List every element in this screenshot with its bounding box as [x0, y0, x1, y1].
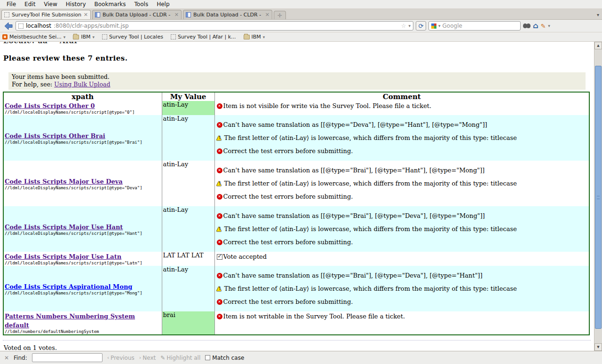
- using-bulk-upload-link[interactable]: Using Bulk Upload: [54, 81, 110, 88]
- xpath-value: //ldml/localeDisplayNames/scripts/script…: [5, 231, 161, 236]
- search-engine-dropdown-icon[interactable]: ▾: [438, 23, 441, 28]
- comment-line: ✕Correct the test errors before submitti…: [217, 298, 588, 305]
- comment-text: Correct the test errors before submittin…: [223, 147, 353, 155]
- error-icon: ✕: [217, 273, 222, 279]
- feed-pen-icon[interactable]: ✎: [540, 23, 546, 30]
- tab-bulk-data-upload-1[interactable]: Bulk Data Upload - CLDR - Un... ✕: [92, 10, 182, 19]
- bookmark-star-icon[interactable]: ☆: [401, 23, 406, 29]
- missing-favicon-icon: [102, 34, 107, 39]
- scrollbar-thumb[interactable]: [595, 66, 602, 329]
- bookmarks-toolbar: Meistbesuchte Sei... ▾ IBM ▾ Survey Tool…: [0, 32, 602, 42]
- new-tab-button[interactable]: ✛: [274, 11, 286, 19]
- checked-checkbox-icon: [217, 254, 222, 260]
- find-label: Find:: [14, 355, 27, 361]
- table-row: Code Lists Scripts Major Use Latn//ldml/…: [3, 252, 589, 266]
- comment-line: ✕Can't have same translation as [[@type=…: [217, 121, 588, 128]
- back-button[interactable]: [3, 21, 13, 31]
- find-previous-button[interactable]: ‹ Previous: [107, 355, 135, 361]
- match-case-checkbox[interactable]: [205, 355, 210, 360]
- close-find-bar-icon[interactable]: ✕: [4, 355, 9, 361]
- list-all-tabs-icon[interactable]: ▾: [597, 12, 599, 17]
- table-row: Code Lists Scripts Other Brai//ldml/loca…: [3, 115, 589, 161]
- scroll-up-icon[interactable]: ▲: [594, 42, 602, 49]
- menu-history[interactable]: History: [62, 0, 90, 8]
- xpath-link[interactable]: Patterns Numbers Numbering System defaul…: [5, 313, 135, 329]
- page-area: Locale: aa - 'Afar' Please review these …: [0, 42, 594, 351]
- comment-cell: Vote accepted: [214, 252, 589, 266]
- url-bar[interactable]: localhost:8080/cldr-apps/submit.jsp ☆ ▾: [16, 21, 413, 31]
- xpath-link[interactable]: Code Lists Scripts Major Use Deva: [5, 178, 123, 185]
- bookmark-label: Survey Tool | Locales: [109, 34, 163, 40]
- bookmark-survey-tool-afar[interactable]: Survey Tool | Afar | k...: [171, 34, 236, 40]
- scroll-down-icon[interactable]: ▼: [594, 343, 602, 351]
- review-table-body: Code Lists Scripts Other 0//ldml/localeD…: [3, 101, 589, 335]
- comment-line: ✕Correct the test errors before submitti…: [217, 239, 588, 246]
- comment-text: Item is not visible for write via the Su…: [223, 102, 432, 109]
- home-icon[interactable]: ⌂: [533, 22, 538, 30]
- tab-surveytool-submission[interactable]: SurveyTool File Submission | ... ✕: [1, 10, 91, 19]
- most-visited-icon: [2, 34, 8, 39]
- search-placeholder: Google: [443, 23, 462, 29]
- my-value-cell: atin-Lay: [162, 161, 214, 206]
- chevron-right-icon: ›: [139, 355, 141, 361]
- tab-title: Bulk Data Upload - CLDR - Un...: [103, 12, 172, 18]
- column-header-comment: Comment: [214, 92, 589, 101]
- error-icon: ✕: [217, 122, 222, 128]
- tab-close-icon[interactable]: ✕: [174, 12, 179, 18]
- menu-bookmarks[interactable]: Bookmarks: [91, 0, 130, 8]
- highlight-all-button[interactable]: ✎ Highlight all: [160, 355, 200, 361]
- xpath-link[interactable]: Code Lists Scripts Other 0: [5, 102, 95, 109]
- bookmark-most-visited[interactable]: Meistbesuchte Sei... ▾: [2, 34, 65, 40]
- xpath-cell: Code Lists Scripts Major Use Deva//ldml/…: [3, 161, 162, 206]
- find-bar: ✕ Find: ‹ Previous › Next ✎ Highlight al…: [0, 351, 602, 364]
- vertical-scrollbar[interactable]: ▲ ▼: [594, 42, 602, 351]
- menu-bar: File Edit View History Bookmarks Tools H…: [0, 0, 602, 9]
- table-row: Patterns Numbers Numbering System defaul…: [3, 311, 589, 335]
- reload-button[interactable]: ⟳: [416, 21, 426, 31]
- comment-text: Can't have same translation as [[@type="…: [223, 212, 485, 219]
- match-case-option[interactable]: Match case: [205, 355, 244, 361]
- xpath-link[interactable]: Code Lists Scripts Major Use Hant: [5, 224, 123, 231]
- find-input[interactable]: [32, 353, 103, 362]
- find-binoculars-icon[interactable]: [523, 23, 531, 29]
- chevron-left-icon: ‹: [107, 355, 109, 361]
- find-next-button[interactable]: › Next: [139, 355, 156, 361]
- url-dropdown-icon[interactable]: ▾: [408, 23, 411, 28]
- tab-close-icon[interactable]: ✕: [84, 12, 88, 18]
- bookmark-folder-ibm-2[interactable]: IBM ▾: [244, 34, 265, 40]
- google-logo-icon: [431, 23, 436, 29]
- menu-file[interactable]: File: [3, 0, 20, 8]
- menu-view[interactable]: View: [40, 0, 61, 8]
- comment-line: ▲!The first letter of ⟨atin-Lay⟩ is lowe…: [217, 180, 588, 187]
- tab-title: Bulk Data Upload - CLDR - Un...: [193, 12, 263, 18]
- comment-text: Can't have same translation as [[@type="…: [223, 121, 487, 128]
- table-row: Code Lists Scripts Other 0//ldml/localeD…: [3, 101, 589, 115]
- comment-text: Correct the test errors before submittin…: [223, 239, 353, 246]
- tab-bulk-data-upload-2[interactable]: Bulk Data Upload - CLDR - Un... ✕: [183, 10, 272, 19]
- menu-tools[interactable]: Tools: [131, 0, 152, 8]
- warning-icon: ▲!: [217, 135, 223, 141]
- comment-line: ✕Item is not writable in the Survey Tool…: [217, 313, 588, 320]
- comment-line: ▲!The first letter of ⟨atin-Lay⟩ is lowe…: [217, 225, 588, 232]
- comment-line: ✕Can't have same translation as [[@type=…: [217, 212, 588, 219]
- bookmark-folder-ibm-1[interactable]: IBM ▾: [73, 34, 95, 40]
- menu-help[interactable]: Help: [153, 0, 173, 8]
- notice-line-2: For help, see: Using Bulk Upload: [12, 81, 582, 88]
- folder-icon: [73, 35, 79, 39]
- xpath-cell: Code Lists Scripts Major Use Latn//ldml/…: [3, 252, 162, 266]
- xpath-link[interactable]: Code Lists Scripts Other Brai: [5, 132, 105, 139]
- bookmark-label: IBM: [81, 34, 90, 40]
- my-value-cell: atin-Lay: [162, 266, 214, 311]
- missing-favicon-icon: [171, 34, 176, 39]
- toolbar-overflow-icon[interactable]: ▾: [548, 23, 550, 28]
- menu-edit[interactable]: Edit: [21, 0, 39, 8]
- search-bar[interactable]: ▾ Google: [428, 21, 521, 31]
- xpath-link[interactable]: Code Lists Scripts Aspirational Mong: [5, 283, 132, 290]
- folder-icon: [244, 35, 250, 39]
- comment-cell: ✕Item is not writable in the Survey Tool…: [214, 311, 589, 335]
- xpath-link[interactable]: Code Lists Scripts Major Use Latn: [5, 253, 121, 260]
- bookmark-survey-tool-locales[interactable]: Survey Tool | Locales: [102, 34, 163, 40]
- tab-close-icon[interactable]: ✕: [265, 12, 269, 18]
- error-icon: ✕: [217, 240, 222, 245]
- missing-favicon-icon: [18, 23, 24, 29]
